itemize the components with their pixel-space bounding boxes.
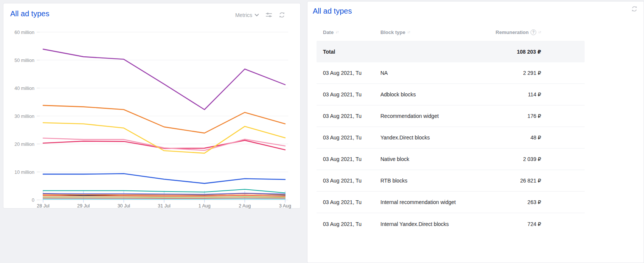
table-refresh-button[interactable] <box>631 6 638 12</box>
data-table: Date ↓↑ Block type ↓↑ Remuneration ? ↓↑ … <box>317 23 585 235</box>
cell-remuneration: 2 291 ₽ <box>484 70 541 76</box>
line-chart: 60 million50 million40 million30 million… <box>3 3 301 209</box>
chart-series-blue <box>43 173 285 183</box>
chart-series-orange <box>43 105 285 133</box>
cell-block-type: RTB blocks <box>380 178 484 184</box>
sort-icon[interactable]: ↓↑ <box>407 30 410 34</box>
x-axis-label: 1 Aug <box>199 203 211 209</box>
cell-date: 03 Aug 2021, Tu <box>323 221 380 227</box>
table-row: 03 Aug 2021, TuNA2 291 ₽ <box>317 62 585 84</box>
y-axis-label: 60 million <box>14 30 34 35</box>
table-row: 03 Aug 2021, TuRTB blocks26 821 ₽ <box>317 170 585 192</box>
help-icon[interactable]: ? <box>531 29 536 35</box>
table-title: All ad types <box>313 7 352 15</box>
cell-date: 03 Aug 2021, Tu <box>323 199 380 205</box>
table-card: All ad types Date ↓↑ Block type ↓↑ Remun… <box>307 1 644 263</box>
table-row: 03 Aug 2021, TuAdblock blocks114 ₽ <box>317 84 585 105</box>
table-total-row: Total 108 203 ₽ <box>317 41 585 62</box>
chart-title: All ad types <box>10 9 49 18</box>
table-row: 03 Aug 2021, TuNative block2 039 ₽ <box>317 149 585 170</box>
chart-controls: Metrics <box>235 12 285 18</box>
metrics-dropdown[interactable]: Metrics <box>235 12 259 18</box>
refresh-icon <box>631 6 638 12</box>
chart-refresh-button[interactable] <box>279 12 285 18</box>
x-axis-label: 31 Jul <box>158 203 170 209</box>
column-header-date-label: Date <box>323 29 334 35</box>
cell-date: 03 Aug 2021, Tu <box>323 156 380 162</box>
cell-date: 03 Aug 2021, Tu <box>323 113 380 119</box>
cell-date: 03 Aug 2021, Tu <box>323 135 380 141</box>
y-axis-label: 10 million <box>14 170 34 175</box>
x-axis-label: 2 Aug <box>239 203 251 209</box>
chart-card: 60 million50 million40 million30 million… <box>3 3 301 209</box>
total-label: Total <box>323 49 380 55</box>
column-header-remuneration-label: Remuneration <box>496 29 529 35</box>
column-header-date[interactable]: Date ↓↑ <box>323 29 380 35</box>
cell-date: 03 Aug 2021, Tu <box>323 70 380 76</box>
y-axis-label: 0 <box>32 198 34 203</box>
y-axis-label: 30 million <box>14 114 34 119</box>
y-axis-label: 40 million <box>14 86 34 91</box>
cell-remuneration: 114 ₽ <box>484 91 541 97</box>
sliders-icon <box>265 12 272 18</box>
table-header-row: Date ↓↑ Block type ↓↑ Remuneration ? ↓↑ <box>317 23 585 41</box>
total-value: 108 203 ₽ <box>484 49 541 55</box>
sort-icon[interactable]: ↓↑ <box>335 30 338 34</box>
y-axis-label: 20 million <box>14 142 34 147</box>
x-axis-label: 28 Jul <box>37 203 49 209</box>
chart-series-crimson <box>43 140 285 150</box>
refresh-icon <box>279 12 285 18</box>
x-axis-label: 30 Jul <box>118 203 130 209</box>
chart-series-purple <box>43 49 285 110</box>
cell-date: 03 Aug 2021, Tu <box>323 91 380 97</box>
cell-block-type: NA <box>380 70 484 76</box>
cell-block-type: Recommendation widget <box>380 113 484 119</box>
chevron-down-icon <box>254 14 259 17</box>
table-row: 03 Aug 2021, TuYandex.Direct blocks48 ₽ <box>317 127 585 149</box>
column-header-block-type[interactable]: Block type ↓↑ <box>380 29 484 35</box>
chart-settings-button[interactable] <box>265 12 272 18</box>
table-row: 03 Aug 2021, TuRecommendation widget176 … <box>317 105 585 127</box>
table-row: 03 Aug 2021, TuInternal recommendation w… <box>317 192 585 213</box>
cell-remuneration: 263 ₽ <box>484 199 541 205</box>
column-header-block-type-label: Block type <box>380 29 405 35</box>
x-axis-label: 3 Aug <box>279 203 291 209</box>
cell-remuneration: 26 821 ₽ <box>484 178 541 184</box>
cell-remuneration: 2 039 ₽ <box>484 156 541 162</box>
cell-remuneration: 724 ₽ <box>484 221 541 227</box>
cell-block-type: Internal Yandex.Direct blocks <box>380 221 484 227</box>
cell-block-type: Native block <box>380 156 484 162</box>
cell-block-type: Internal recommendation widget <box>380 199 484 205</box>
cell-block-type: Adblock blocks <box>380 91 484 97</box>
cell-remuneration: 48 ₽ <box>484 135 541 141</box>
metrics-dropdown-label: Metrics <box>235 12 252 18</box>
table-body: 03 Aug 2021, TuNA2 291 ₽03 Aug 2021, TuA… <box>317 62 585 235</box>
cell-remuneration: 176 ₽ <box>484 113 541 119</box>
x-axis-label: 29 Jul <box>77 203 90 209</box>
column-header-remuneration[interactable]: Remuneration ? ↓↑ <box>484 29 541 35</box>
sort-icon[interactable]: ↓↑ <box>538 30 541 34</box>
cell-date: 03 Aug 2021, Tu <box>323 178 380 184</box>
table-row: 03 Aug 2021, TuInternal Yandex.Direct bl… <box>317 213 585 235</box>
cell-block-type: Yandex.Direct blocks <box>380 135 484 141</box>
y-axis-label: 50 million <box>14 58 34 63</box>
chart-series-salmon <box>43 198 285 198</box>
